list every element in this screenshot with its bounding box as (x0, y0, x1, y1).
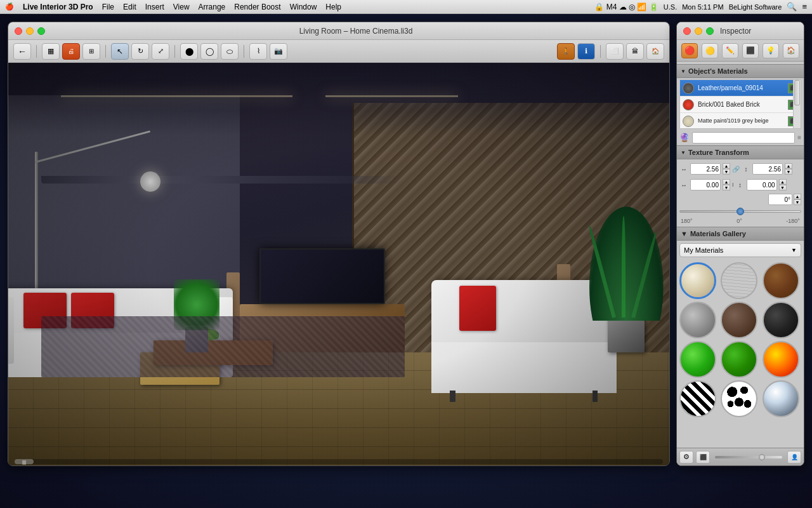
cylinder-button[interactable]: ⬭ (221, 43, 239, 60)
gallery-sphere-zebra[interactable] (679, 380, 716, 417)
offset-x-up[interactable]: ▲ (723, 179, 730, 185)
gallery-sphere-brown[interactable] (763, 262, 799, 299)
menu-view[interactable]: View (173, 3, 190, 11)
material-swatch-leather (683, 83, 694, 94)
menu-insert[interactable]: Insert (145, 3, 164, 11)
tab-edit[interactable]: ✏️ (722, 43, 738, 58)
offset-y-up[interactable]: ▲ (779, 179, 787, 185)
lamp-shade (140, 171, 160, 192)
rotation-up[interactable]: ▲ (794, 194, 801, 199)
gallery-sphere-green-dark[interactable] (721, 341, 757, 378)
menu-edit[interactable]: Edit (123, 3, 136, 11)
walk-button[interactable]: 🚶 (557, 43, 575, 60)
menu-arrange[interactable]: Arrange (199, 3, 226, 11)
gallery-sphere-chrome[interactable] (763, 380, 799, 417)
close-button[interactable] (15, 27, 22, 35)
list-options-icon[interactable]: ≡ (797, 134, 801, 141)
scale-y-input[interactable] (752, 163, 783, 175)
inspector-minimize-button[interactable] (695, 27, 702, 35)
sphere-button[interactable]: ⬤ (180, 43, 198, 60)
tab-home[interactable]: 🏠 (783, 43, 799, 58)
viewport-scrollbar[interactable]: ||| (15, 459, 663, 464)
menu-file[interactable]: File (102, 3, 114, 11)
menu-render-boost[interactable]: Render Boost (234, 3, 280, 11)
gallery-sphere-green-bright[interactable] (679, 341, 716, 378)
scale-x-down[interactable]: ▼ (723, 169, 730, 175)
offset-x-input[interactable] (690, 179, 721, 190)
render-button[interactable]: 🖨 (62, 43, 80, 60)
view3d-button[interactable]: ⊞ (82, 43, 100, 60)
menu-window[interactable]: Window (290, 3, 317, 11)
inspector-panel: Inspector 🔴 🟡 ✏️ ⬛ 💡 🏠 (676, 22, 804, 466)
camera-button[interactable]: 📷 (270, 43, 287, 60)
rotation-stepper: ▲ ▼ (794, 194, 801, 205)
menu-icon[interactable]: ≡ (802, 2, 807, 11)
gallery-sphere-fire[interactable] (763, 341, 799, 378)
maximize-button[interactable] (37, 27, 45, 35)
inspector-settings-button[interactable]: ⚙ (679, 451, 693, 464)
minimize-button[interactable] (26, 27, 34, 35)
rotation-input[interactable] (768, 194, 792, 205)
back-button[interactable]: ← (13, 43, 31, 60)
link-icon: 🔗 (732, 166, 740, 173)
apple-menu[interactable]: 🍎 (5, 3, 14, 11)
material-item-brick[interactable]: Brick/001 Baked Brick ⬛ (680, 97, 801, 113)
gallery-dropdown-container: My Materials ▼ (677, 241, 804, 260)
gallery-sphere-metal-dark[interactable] (721, 302, 757, 338)
interior-view-button[interactable]: 🏛 (626, 43, 644, 60)
materials-scrollbar[interactable] (793, 80, 801, 128)
materials-scrollbar-thumb[interactable] (794, 80, 800, 105)
move-button[interactable]: ⤢ (152, 43, 169, 60)
rotation-label-left: 180° (681, 218, 693, 224)
tab-light[interactable]: 💡 (763, 43, 779, 58)
select-button[interactable]: ↖ (111, 43, 129, 60)
chevron-down-icon: ▼ (791, 247, 797, 253)
offset-y-down[interactable]: ▼ (779, 185, 787, 190)
scale-x-up[interactable]: ▲ (723, 163, 730, 169)
zoom-slider-thumb[interactable] (759, 454, 765, 460)
measure-button[interactable]: ⌇ (249, 43, 267, 60)
scale-y-up[interactable]: ▲ (785, 163, 792, 169)
inspector-zoom-slider[interactable] (715, 456, 782, 458)
materials-gallery-label: Materials Gallery (690, 230, 746, 237)
material-name-brick: Brick/001 Baked Brick (698, 101, 760, 108)
inspector-bottom-bar: ⚙ ⬛ 👤 (677, 448, 804, 465)
material-item-leather[interactable]: Leather/pamela_09014 ⬛ (680, 80, 801, 97)
rotate-button[interactable]: ↻ (131, 43, 149, 60)
tab-texture[interactable]: ⬛ (742, 43, 759, 58)
tab-materials[interactable]: 🔴 (681, 43, 698, 58)
tv-screen (259, 248, 385, 305)
inspector-close-button[interactable] (683, 27, 691, 35)
rotation-slider-thumb[interactable] (737, 208, 744, 215)
offset-x-down[interactable]: ▼ (723, 185, 730, 190)
tab-object[interactable]: 🟡 (702, 43, 718, 58)
inspector-toolbar: 🔴 🟡 ✏️ ⬛ 💡 🏠 (677, 40, 804, 62)
rotation-down[interactable]: ▼ (794, 199, 801, 205)
material-search-input[interactable] (692, 132, 795, 144)
gallery-sphere-wood[interactable] (721, 262, 757, 299)
menu-help[interactable]: Help (325, 3, 341, 11)
ring-button[interactable]: ◯ (200, 43, 218, 60)
scale-y-down[interactable]: ▼ (785, 169, 792, 175)
info-button[interactable]: ℹ (577, 43, 595, 60)
exterior-view-button[interactable]: 🏠 (646, 43, 664, 60)
rug (41, 316, 405, 377)
main-toolbar: ← ▦ 🖨 ⊞ ↖ ↻ ⤢ ⬤ ◯ ⬭ ⌇ 📷 🚶 ℹ ⬜ 🏛 🏠 (8, 40, 669, 63)
wall-view-button[interactable]: ⬜ (606, 43, 624, 60)
gallery-sphere-black[interactable] (763, 302, 799, 338)
floorplan-button[interactable]: ▦ (42, 43, 60, 60)
scale-x-input[interactable] (690, 163, 721, 175)
inspector-action-button[interactable]: ⬛ (696, 451, 710, 464)
offset-y-input[interactable] (747, 179, 777, 190)
gallery-sphere-metal-light[interactable] (679, 302, 716, 338)
inspector-view-button[interactable]: 👤 (787, 451, 801, 464)
gallery-sphere-cream[interactable] (679, 262, 716, 299)
viewport[interactable]: ||| (8, 63, 669, 465)
inspector-maximize-button[interactable] (706, 27, 714, 35)
separator-1 (36, 45, 37, 58)
gallery-sphere-spots[interactable] (721, 380, 757, 417)
search-icon[interactable]: 🔍 (787, 2, 797, 11)
gallery-dropdown[interactable]: My Materials ▼ (679, 243, 801, 257)
wand-icon[interactable]: 🔮 (679, 133, 690, 142)
material-item-matte[interactable]: Matte paint/1019 grey beige ⬛ (680, 113, 801, 129)
